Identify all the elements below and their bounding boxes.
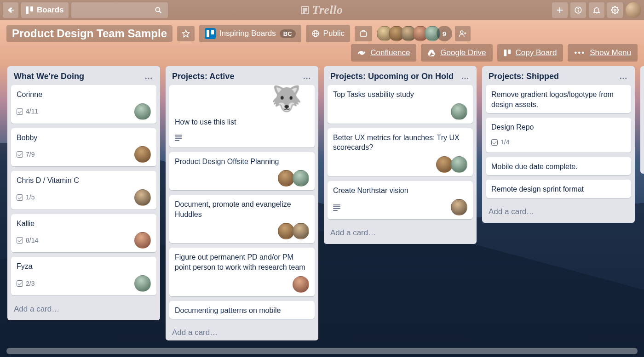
team-name: Inspiring Boards xyxy=(219,29,276,38)
board-canvas[interactable]: What We're Doing…Corinne4/11Bobby7/9Chri… xyxy=(0,66,644,357)
board-title[interactable]: Product Design Team Sample xyxy=(6,25,172,42)
card[interactable]: Mobile due date complete. xyxy=(486,157,631,176)
board-header: Product Design Team Sample Inspiring Boa… xyxy=(0,20,644,44)
member-avatar[interactable] xyxy=(451,156,467,173)
add-card-button[interactable]: Add a card… xyxy=(482,203,635,223)
member-avatar[interactable] xyxy=(134,232,151,249)
member-avatar[interactable] xyxy=(293,276,309,293)
team-chip[interactable]: Inspiring Boards BC xyxy=(199,25,301,42)
svg-point-9 xyxy=(614,9,616,11)
boards-button[interactable]: Boards xyxy=(21,2,69,18)
card[interactable]: Remove gradient logos/logotype from desi… xyxy=(486,85,631,113)
checklist-icon xyxy=(17,108,23,115)
checklist-icon xyxy=(17,280,23,287)
list-cards: 🐺How to use this listProduct Design Offs… xyxy=(166,85,318,323)
add-member-button[interactable] xyxy=(455,26,471,41)
card[interactable]: Figure out permanent PD and/or PM point … xyxy=(169,248,315,296)
member-avatar[interactable] xyxy=(278,223,294,239)
list-header[interactable]: What We're Doing… xyxy=(7,66,160,85)
checklist-count: 1/5 xyxy=(26,193,34,202)
card[interactable]: Fyza2/3 xyxy=(11,257,156,295)
org-button[interactable] xyxy=(355,26,372,41)
list-title: Projects: Shipped xyxy=(489,72,559,81)
search-icon xyxy=(154,6,162,14)
card[interactable]: Documenting patterns on mobile xyxy=(169,301,315,319)
trello-icon xyxy=(301,6,309,14)
card[interactable]: Bobby7/9 xyxy=(11,128,156,167)
confluence-label: Confluence xyxy=(370,48,410,57)
checklist-badge: 7/9 xyxy=(17,150,34,159)
add-card-button[interactable]: Add a card… xyxy=(166,323,318,340)
card-title: Kallie xyxy=(17,219,151,229)
add-card-button[interactable]: Add a card… xyxy=(7,300,160,320)
create-button[interactable] xyxy=(552,2,568,18)
card-title: Remote design sprint format xyxy=(491,184,626,194)
card-footer xyxy=(333,103,467,120)
add-card-button[interactable]: Ad xyxy=(640,153,644,174)
list-cards: Remove gradient logos/logotype from desi… xyxy=(482,85,635,203)
svg-point-8 xyxy=(578,8,579,9)
list-menu-button[interactable]: … xyxy=(144,72,154,81)
board-link-bar: Confluence Google Drive Copy Board ••• S… xyxy=(0,44,644,66)
member-avatar[interactable] xyxy=(436,156,453,173)
card[interactable]: Chris D / Vitamin C1/5 xyxy=(11,171,156,210)
list-menu-button[interactable]: … xyxy=(461,72,470,81)
card[interactable]: Better UX metrics for launches: Try UX s… xyxy=(328,128,473,176)
copy-board-button[interactable]: Copy Board xyxy=(497,44,564,62)
info-button[interactable] xyxy=(570,2,586,18)
member-avatar[interactable] xyxy=(278,170,294,187)
card-footer xyxy=(175,131,309,144)
card[interactable]: Product Design Offsite Planning xyxy=(169,152,315,191)
card[interactable]: Design Repo1/4 xyxy=(486,118,631,153)
settings-button[interactable] xyxy=(607,2,623,18)
list-header[interactable]: Projects: Shipped… xyxy=(482,66,635,85)
member-avatar[interactable] xyxy=(293,223,309,239)
member-avatar[interactable] xyxy=(451,103,467,120)
visibility-chip[interactable]: Public xyxy=(306,25,350,42)
globe-icon xyxy=(311,29,320,38)
card[interactable]: Create Northstar vision xyxy=(328,181,473,220)
star-button[interactable] xyxy=(177,26,195,41)
notifications-button[interactable] xyxy=(589,2,604,18)
google-drive-button[interactable]: Google Drive xyxy=(421,44,492,62)
search-input[interactable] xyxy=(71,2,168,18)
checklist-count: 7/9 xyxy=(26,150,34,159)
list-header[interactable]: Projects: Upcoming or On Hold… xyxy=(324,66,477,85)
member-avatar[interactable] xyxy=(134,189,151,206)
card[interactable]: Document, promote and evangelize Huddles xyxy=(169,195,315,243)
member-avatar[interactable] xyxy=(293,170,309,187)
card-title: How to use this list xyxy=(175,117,309,127)
member-overflow-count[interactable]: 9 xyxy=(437,26,452,41)
gear-icon xyxy=(611,6,619,14)
user-avatar[interactable] xyxy=(626,2,641,18)
member-avatar[interactable] xyxy=(451,199,467,215)
card[interactable]: Kallie8/14 xyxy=(11,214,156,253)
card[interactable]: Corinne4/11 xyxy=(11,85,156,124)
checklist-count: 2/3 xyxy=(26,279,34,288)
description-badge xyxy=(333,204,340,210)
member-avatar[interactable] xyxy=(134,275,151,292)
confluence-button[interactable]: Confluence xyxy=(351,44,416,62)
list-menu-button[interactable]: … xyxy=(619,72,628,81)
card-members xyxy=(438,156,467,173)
member-avatar[interactable] xyxy=(134,103,151,120)
member-avatar[interactable] xyxy=(134,146,151,163)
card-members xyxy=(280,170,309,187)
list-menu-button[interactable]: … xyxy=(303,72,312,81)
list-header[interactable]: R… xyxy=(640,66,644,85)
card[interactable]: Top Tasks usability study xyxy=(328,85,473,124)
trello-icon xyxy=(205,28,216,39)
board-members[interactable]: 9 xyxy=(377,26,471,41)
svg-point-15 xyxy=(460,31,463,34)
card[interactable]: 🐺How to use this list xyxy=(169,85,315,147)
card-title: Top Tasks usability study xyxy=(333,90,467,100)
add-card-button[interactable]: Add a card… xyxy=(324,224,477,244)
card[interactable]: Remote design sprint format xyxy=(486,180,631,198)
card-title: Corinne xyxy=(17,90,151,100)
card-title: Document, promote and evangelize Huddles xyxy=(175,199,309,219)
back-button[interactable] xyxy=(3,2,18,18)
card-title: Create Northstar vision xyxy=(333,186,467,196)
show-menu-button[interactable]: ••• Show Menu xyxy=(568,44,638,62)
checklist-icon xyxy=(17,237,23,244)
list-header[interactable]: Projects: Active… xyxy=(166,66,318,85)
